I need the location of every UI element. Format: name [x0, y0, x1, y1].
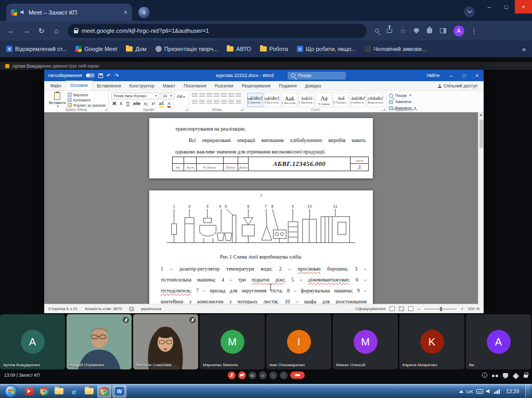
style-heading1[interactable]: АаБ¶ Заголов... [281, 93, 297, 107]
participant-tile[interactable]: K Карина Мокрієнко [399, 314, 464, 369]
change-case-button[interactable]: Аа [176, 94, 187, 99]
underline-button[interactable]: П [125, 101, 131, 106]
home-button[interactable]: ⌂ [49, 24, 63, 38]
language-indicator[interactable]: українська [141, 306, 161, 311]
align-left-icon[interactable] [192, 100, 198, 105]
bookmark-item[interactable]: Дом [126, 46, 146, 52]
dialog-launcher-icon[interactable] [382, 108, 385, 111]
borders-icon[interactable] [236, 100, 241, 105]
multilevel-list-icon[interactable] [206, 93, 212, 98]
tab-design[interactable]: Конструктор [125, 82, 159, 90]
bookmark-item[interactable]: 5Відокремлений ст... [6, 46, 67, 52]
share-icon[interactable] [387, 29, 392, 33]
window-maximize-button[interactable]: □ [498, 0, 515, 14]
people-icon[interactable] [492, 373, 498, 377]
superscript-button[interactable]: х² [150, 101, 156, 106]
autosave-toggle[interactable] [86, 73, 95, 78]
end-call-button[interactable] [290, 371, 305, 379]
tray-expand-icon[interactable] [459, 390, 463, 393]
tab-search-button[interactable] [464, 6, 475, 17]
mic-off-button[interactable] [228, 371, 236, 379]
captions-button[interactable]: cc [249, 371, 256, 379]
style-heading2[interactable]: АаБб1¶ Заголов... [299, 93, 315, 107]
address-bar[interactable]: meet.google.com/kjf-hrgc-nid?pli=1&authu… [68, 24, 367, 38]
find-button[interactable]: Пошук [389, 93, 416, 98]
paste-button[interactable]: Вставити [47, 92, 68, 108]
volume-icon[interactable] [486, 389, 491, 394]
bullets-icon[interactable] [192, 93, 198, 98]
profile-avatar[interactable]: A [453, 25, 464, 36]
host-controls-icon[interactable] [524, 375, 528, 378]
lock-icon[interactable] [74, 30, 78, 33]
browser-tab[interactable]: Meet – Захист КП × [6, 4, 132, 21]
format-painter-button[interactable]: Формат за зразком [68, 103, 106, 107]
print-layout-icon[interactable] [399, 306, 404, 311]
line-spacing-icon[interactable] [221, 100, 227, 105]
participant-tile-self[interactable]: A Ви [466, 314, 531, 369]
scrollbar-thumb[interactable] [479, 120, 483, 148]
style-subtle-emphasis[interactable]: АаБбВгГСлабке в... [350, 93, 366, 107]
language-indicator[interactable]: UK [466, 389, 473, 394]
font-family-select[interactable]: Times New Roman [111, 93, 159, 99]
tab-home[interactable]: Основне [66, 81, 93, 90]
document-scrollbar[interactable] [478, 112, 484, 304]
highlight-button[interactable]: аб [158, 101, 165, 106]
reactions-button[interactable]: ☺ [259, 371, 267, 379]
sign-in-button[interactable]: Увійти [426, 73, 439, 78]
numbering-icon[interactable] [199, 93, 205, 98]
taskbar-chrome-active[interactable] [97, 386, 111, 397]
present-button[interactable]: ↑ [269, 371, 277, 379]
proofing-icon[interactable] [129, 307, 134, 311]
tab-mailings[interactable]: Розсилки [211, 82, 238, 90]
tab-help[interactable]: Довідка [301, 82, 326, 90]
tab-close-icon[interactable]: × [124, 9, 127, 16]
dialog-launcher-icon[interactable] [240, 108, 243, 111]
share-button[interactable]: Спільний доступ [438, 83, 482, 90]
zoom-level[interactable]: 100 % [468, 306, 479, 311]
cut-button[interactable]: Вирізати [68, 93, 106, 97]
camera-off-button[interactable] [238, 371, 246, 379]
tab-layout[interactable]: Макет [159, 82, 179, 90]
dialog-launcher-icon[interactable] [105, 108, 107, 111]
sort-icon[interactable] [228, 93, 234, 98]
shading-icon[interactable] [228, 100, 234, 105]
zoom-in-button[interactable]: + [461, 306, 463, 312]
copy-button[interactable]: Копіювати [68, 98, 106, 102]
align-justify-icon[interactable] [214, 100, 219, 105]
tab-view[interactable]: Подання [275, 82, 301, 90]
web-layout-icon[interactable] [408, 306, 413, 311]
strikethrough-button[interactable]: абв [132, 101, 141, 106]
zoom-slider[interactable] [424, 309, 457, 310]
side-panel-icon[interactable] [440, 28, 446, 33]
back-button[interactable]: ← [4, 24, 18, 38]
zoom-out-button[interactable]: – [418, 306, 420, 312]
bookmark-item[interactable]: АВТО [227, 46, 251, 52]
style-normal[interactable]: АаБбВгГд¶ Звичай... [247, 93, 263, 107]
tab-audio-icon[interactable] [20, 10, 25, 15]
focus-mode-button[interactable]: Сфокусуватися [356, 306, 385, 311]
participant-tile[interactable]: A Артем Вождаренко [0, 314, 65, 369]
italic-button[interactable]: К [119, 101, 124, 106]
extensions-puzzle-icon[interactable] [427, 28, 432, 33]
style-subtitle[interactable]: АаБ¶ Підзаго... [333, 93, 349, 107]
browser-menu-icon[interactable]: ⋮ [471, 27, 477, 35]
bookmark-item[interactable]: Робота [260, 46, 288, 52]
zoom-slider-thumb[interactable] [440, 307, 442, 311]
word-close-button[interactable]: × [471, 70, 484, 81]
participant-tile[interactable]: M Марченко Микола [200, 314, 265, 369]
tab-file[interactable]: Файл [46, 82, 66, 90]
bookmark-item[interactable]: Google Meet [75, 46, 117, 52]
word-search-box[interactable]: Пошук [288, 72, 346, 80]
read-mode-icon[interactable] [390, 306, 395, 311]
participant-tile[interactable]: M Мінько Олексій [333, 314, 398, 369]
window-close-button[interactable]: × [515, 0, 532, 14]
shield-extension-icon[interactable] [414, 28, 419, 34]
redo-icon[interactable]: ↷ [114, 73, 119, 79]
word-restore-button[interactable]: □ [458, 70, 471, 81]
start-button[interactable] [5, 385, 18, 398]
align-right-icon[interactable] [206, 100, 212, 105]
bookmark-item[interactable]: Чоловічий зимови... [365, 46, 426, 52]
taskbar-file-explorer[interactable] [52, 386, 66, 397]
scroll-up-icon[interactable] [479, 113, 483, 116]
tab-insert[interactable]: Вставлення [93, 82, 125, 90]
